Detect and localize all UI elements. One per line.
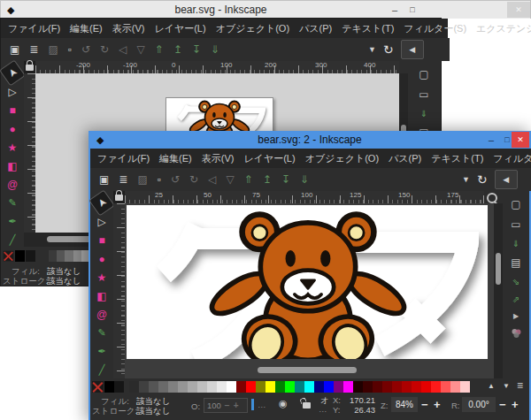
menu-path[interactable]: パス(P) — [299, 22, 332, 35]
menu-file[interactable]: ファイル(F) — [8, 22, 60, 35]
rotation-value-box[interactable]: 0.00° — [462, 397, 496, 412]
select-touch-icon[interactable]: ≣ — [29, 43, 38, 56]
tool-ellipse[interactable]: ● — [93, 250, 111, 267]
rotation-plus[interactable]: + — [512, 398, 519, 411]
palette-swatch[interactable] — [304, 381, 314, 393]
front-commands-bar[interactable]: ▢ ▭ ⇓ ▤ ⇘ ⇗ ▶ — [503, 191, 529, 386]
palette-swatch[interactable] — [197, 381, 207, 393]
front-titlebar[interactable]: ◆ bear.svg: 2 - Inkscape – □ ✕ — [90, 131, 529, 149]
palette-swatch[interactable] — [114, 381, 124, 393]
palette-swatch[interactable] — [382, 381, 392, 393]
palette-swatch[interactable] — [295, 381, 304, 393]
menu-edit[interactable]: 編集(E) — [70, 22, 103, 35]
front-h-ruler[interactable]: 25 50 75 100 125 150 175 — [125, 191, 484, 203]
menu-edit[interactable]: 編集(E) — [159, 152, 192, 165]
tool-star[interactable]: ★ — [93, 269, 111, 286]
menu-object[interactable]: オブジェクト(O) — [216, 22, 289, 35]
lower-icon[interactable]: ↧ — [192, 43, 201, 56]
menu-view[interactable]: 表示(V) — [202, 152, 235, 165]
menu-layer[interactable]: レイヤー(L) — [154, 22, 205, 35]
menu-text[interactable]: テキスト(T) — [342, 22, 394, 35]
back-toolbox[interactable]: ➤ ▷ ■ ● ★ ◧ @ ✎ ✒ ╱ — [1, 61, 24, 250]
menu-text[interactable]: テキスト(T) — [431, 152, 483, 165]
back-maximize-button[interactable]: □ — [404, 2, 420, 18]
rotate-cw-icon[interactable]: ↻ — [100, 43, 109, 56]
palette-swatch[interactable] — [363, 381, 373, 393]
rotate-cw-icon[interactable]: ↻ — [189, 173, 198, 186]
zoom-value-box[interactable]: 84% — [391, 397, 418, 412]
select-all-icon[interactable]: ▣ — [10, 43, 19, 56]
toolbar-overflow-icon[interactable]: ▼ — [368, 45, 376, 54]
tool-rectangle[interactable]: ■ — [4, 102, 21, 118]
open-document-icon[interactable]: ▭ — [419, 88, 428, 101]
back-h-ruler[interactable]: -200 -100 0 100 200 300 400 — [35, 61, 399, 73]
tool-ellipse[interactable]: ● — [4, 120, 21, 137]
palette-swatch[interactable] — [460, 381, 470, 393]
snap-rotate-icon[interactable]: ↻ — [477, 172, 488, 187]
zoom-plus[interactable]: + — [434, 398, 441, 411]
palette-bar[interactable]: ▲ ▼ ≡ — [90, 378, 529, 394]
bear-drawing[interactable] — [208, 207, 408, 359]
menu-filters[interactable]: フィルター(S) — [493, 152, 531, 165]
palette-swatches[interactable] — [104, 381, 470, 393]
tool-rectangle[interactable]: ■ — [93, 232, 111, 248]
tool-3dbox[interactable]: ◧ — [93, 287, 111, 304]
palette-swatch[interactable] — [168, 381, 178, 393]
menu-object[interactable]: オブジェクト(O) — [305, 152, 379, 165]
menu-filters[interactable]: フィルター(S) — [404, 22, 466, 35]
zoom-minus[interactable]: − — [421, 398, 428, 411]
front-toolbox[interactable]: ➤ ▷ ■ ● ★ ◧ @ ✎ ✒ ╱ — [90, 191, 113, 382]
raise-icon[interactable]: ↥ — [173, 43, 182, 56]
tool-pencil[interactable]: ✎ — [4, 195, 21, 211]
deselect-icon[interactable]: ▨ — [48, 43, 58, 56]
menu-layer[interactable]: レイヤー(L) — [243, 152, 295, 165]
back-palette-grays[interactable] — [49, 250, 89, 262]
back-close-button[interactable]: ✕ — [507, 2, 530, 18]
rotation-minus[interactable]: − — [499, 398, 506, 411]
palette-swatch[interactable] — [343, 381, 353, 393]
front-minimize-button[interactable]: – — [483, 132, 499, 148]
palette-swatch[interactable] — [104, 381, 114, 393]
palette-swatch[interactable] — [188, 381, 197, 393]
snap-collapse-button[interactable]: ◀ — [401, 40, 424, 59]
front-window[interactable]: ◆ bear.svg: 2 - Inkscape – □ ✕ ファイル(F) 編… — [88, 131, 531, 420]
tool-selection[interactable]: ➤ — [89, 191, 113, 215]
raise-top-icon[interactable]: ⇑ — [155, 43, 164, 56]
tool-calligraphy[interactable]: ✒ — [4, 213, 21, 230]
back-v-ruler[interactable] — [24, 73, 35, 247]
back-titlebar[interactable]: ◆ bear.svg - Inkscape – □ ✕ — [0, 0, 531, 19]
flip-horizontal-icon[interactable]: ◁ — [119, 43, 127, 56]
lower-bottom-icon[interactable]: ⇓ — [211, 43, 219, 56]
palette-swatch[interactable] — [207, 381, 217, 393]
palette-swatch[interactable] — [129, 381, 139, 393]
palette-swatch[interactable] — [158, 381, 168, 393]
print-icon[interactable]: ▤ — [511, 256, 520, 269]
lower-icon[interactable]: ↧ — [281, 173, 290, 186]
tool-calligraphy[interactable]: ✒ — [93, 343, 111, 360]
tool-pencil[interactable]: ✎ — [93, 325, 111, 341]
palette-swatch[interactable] — [178, 381, 188, 393]
palette-none-swatch[interactable] — [4, 251, 14, 262]
palette-swatch[interactable] — [285, 381, 295, 393]
front-canvas[interactable] — [125, 203, 494, 378]
select-touch-icon[interactable]: ≣ — [119, 173, 127, 186]
palette-swatch[interactable] — [421, 381, 431, 393]
palette-scroll-down-icon[interactable]: ▼ — [503, 382, 510, 390]
raise-top-icon[interactable]: ⇑ — [244, 173, 253, 186]
raise-icon[interactable]: ↥ — [263, 173, 272, 186]
palette-swatch[interactable] — [373, 381, 382, 393]
layer-visibility-icon[interactable]: ◉ — [279, 398, 288, 409]
snap-rotate-icon[interactable]: ↻ — [383, 42, 394, 57]
palette-scroll-up-icon[interactable]: ▲ — [488, 382, 495, 390]
palette-swatch[interactable] — [441, 381, 450, 393]
flip-vertical-icon[interactable]: ▽ — [226, 173, 234, 186]
opacity-plus[interactable]: + — [234, 401, 239, 410]
rotate-ccw-icon[interactable]: ↺ — [81, 43, 90, 56]
palette-swatch[interactable] — [324, 381, 334, 393]
layer-lock-icon[interactable] — [303, 402, 311, 409]
front-v-ruler[interactable] — [113, 203, 125, 378]
new-document-icon[interactable]: ▢ — [419, 68, 428, 80]
tool-spiral[interactable]: @ — [93, 306, 111, 323]
palette-swatch[interactable] — [392, 381, 402, 393]
menu-file[interactable]: ファイル(F) — [97, 152, 150, 165]
